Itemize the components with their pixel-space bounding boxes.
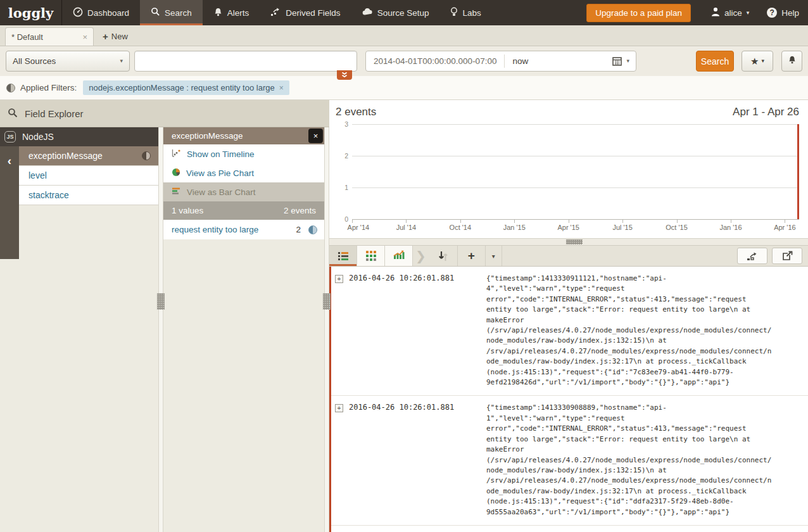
vertical-splitter-left[interactable] [158,127,163,532]
toolbar-dropdown-button[interactable]: ▾ [486,246,502,266]
x-tick-label: Jan '15 [503,224,526,231]
query-wrap [134,51,357,72]
nav-spacer [492,0,587,25]
search-button[interactable]: Search [696,51,734,72]
dashboard-icon [73,7,83,19]
applied-filters-row: Applied Filters: nodejs.exceptionMessage… [0,76,808,100]
pie-chart-icon [172,168,180,179]
sort-order-button[interactable] [430,246,458,266]
splitter-grip[interactable] [566,239,583,244]
events-count: 2 events [284,206,316,215]
value-row-request-entity-too-large[interactable]: request entity too large 2 [163,220,324,239]
nav-item-search[interactable]: Search [140,0,203,25]
alert-from-search-button[interactable] [781,51,802,72]
expand-event-icon[interactable]: + [335,404,343,412]
filter-chip[interactable]: nodejs.exceptionMessage : request entity… [83,80,289,95]
nav-item-dashboard[interactable]: Dashboard [62,0,140,25]
horizontal-splitter[interactable] [329,238,808,246]
filter-chip-label: nodejs.exceptionMessage : request entity… [89,83,274,92]
splitter-grip[interactable] [323,293,331,310]
event-row[interactable]: + 2016-04-26 10:26:01.881 {"timestamp":1… [331,396,808,525]
nav-item-alerts[interactable]: Alerts [203,0,260,25]
chevron-down-icon[interactable]: ▾ [626,58,636,64]
collapse-rail: ‹ [0,146,19,259]
date-from-value[interactable]: 2014-04-01T00:00:00.000-07:00 [366,56,504,66]
field-row-level[interactable]: level [19,166,158,186]
list-view-icon [338,252,348,260]
search-controls-row: All Sources ▾ 2014-04-01T00:00:00.000-07… [0,46,808,76]
collapse-chevron-icon[interactable]: ‹ [8,154,11,259]
bell-icon [788,55,797,67]
event-timestamp: 2016-04-26 10:26:01.881 [349,403,465,412]
y-tick-1: 1 [338,184,348,191]
menu-show-on-timeline[interactable]: Show on Timeline [163,144,324,163]
upgrade-button[interactable]: Upgrade to a paid plan [586,4,691,22]
menu-view-as-pie-chart[interactable]: View as Pie Chart [163,163,324,182]
time-range-picker[interactable]: 2014-04-01T00:00:00.000-07:00 now ▾ [365,51,636,72]
user-name: alice [724,8,742,18]
gridline [352,187,799,188]
value-toggle-icon[interactable] [308,225,317,234]
results-panel: 2 events Apr 1 - Apr 26 3 2 1 0 [329,100,808,532]
grid-view-icon [366,251,376,261]
bar-chart-icon [172,187,181,197]
field-row-exceptionMessage[interactable]: exceptionMessage [19,146,158,166]
menu-view-as-bar-chart[interactable]: View as Bar Chart [163,182,324,201]
event-bar[interactable] [797,124,799,219]
nav-item-source-setup[interactable]: Source Setup [351,0,440,25]
lightbulb-icon [450,7,458,19]
vertical-splitter-right[interactable] [324,127,329,532]
field-row-stacktrace[interactable]: stacktrace [19,186,158,205]
user-menu[interactable]: alice ▾ [702,0,758,25]
expand-event-icon[interactable]: + [335,275,343,283]
x-tick-label: Oct '15 [666,224,688,231]
timeline-chart: 2 events Apr 1 - Apr 26 3 2 1 0 [329,100,808,238]
user-icon [711,7,720,18]
chart-plot[interactable]: 3 2 1 0 [338,124,799,219]
value-label: request entity too large [172,225,258,234]
new-tab-button[interactable]: + New [94,27,137,46]
export-button[interactable] [772,248,802,264]
saved-searches-button[interactable]: ★ ▾ [742,51,773,72]
field-group-nodejs[interactable]: JS NodeJS [0,127,158,146]
field-group-label: NodeJS [22,132,54,142]
event-raw-json[interactable]: {"timestamp":1413330911121,"hostname":"a… [486,274,773,388]
view-tab-grid[interactable] [357,246,385,266]
field-value-popup: exceptionMessage × Show on Timeline View… [163,127,324,532]
values-header: 1 values 2 events [163,201,324,220]
y-tick-3: 3 [338,120,348,128]
help-menu[interactable]: ? Help [758,0,808,25]
date-to-value[interactable]: now [505,56,608,66]
filters-toggle-icon[interactable] [6,84,15,92]
calendar-icon[interactable] [608,56,626,66]
source-select[interactable]: All Sources ▾ [6,51,130,72]
field-explorer-header: Field Explorer [0,100,329,127]
values-count: 1 values [172,206,203,215]
tab-default[interactable]: * Default × [5,27,94,46]
nav-item-labs[interactable]: Labs [439,0,491,25]
field-explorer-title: Field Explorer [25,108,84,119]
remove-filter-icon[interactable]: × [279,84,284,92]
search-tab-strip: * Default × + New [0,25,808,46]
event-raw-json[interactable]: {"timestamp":1413330908889,"hostname":"a… [486,403,773,517]
bell-icon [213,7,223,19]
event-row[interactable]: + 2016-04-26 10:26:01.881 {"timestamp":1… [331,267,808,396]
expand-query-chevrons-icon[interactable] [337,70,352,80]
derived-field-button[interactable] [737,248,767,264]
results-toolbar: ❯ + ▾ [329,246,808,267]
view-tab-list[interactable] [329,246,357,266]
tab-close-icon[interactable]: × [82,32,87,42]
field-toggle-icon[interactable] [142,151,151,160]
add-column-button[interactable]: + [458,246,486,266]
x-tick-label: Jan '16 [719,224,742,231]
chevron-down-icon: ▾ [761,58,764,64]
nav-item-derived-fields[interactable]: Derived Fields [260,0,351,25]
x-tick-label: Apr '14 [348,224,370,231]
close-icon[interactable]: × [308,129,323,143]
gridline [352,156,799,156]
splitter-grip[interactable] [157,293,165,310]
value-count: 2 [296,225,308,234]
chart-header: 2 events Apr 1 - Apr 26 [336,106,799,118]
view-tab-chart[interactable] [385,246,413,266]
search-query-input[interactable] [134,51,357,72]
